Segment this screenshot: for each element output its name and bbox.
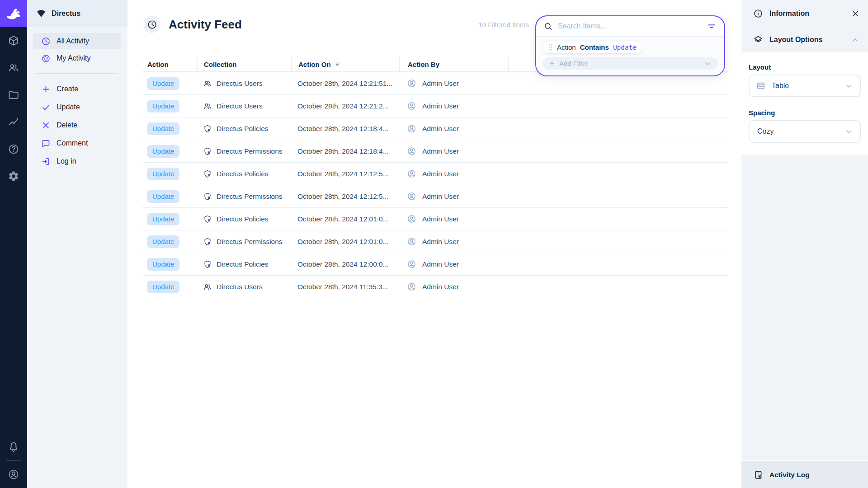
sidebar-item-delete[interactable]: Delete: [33, 117, 121, 134]
column-header-action-on[interactable]: Action On: [291, 57, 399, 71]
filter-operator: Contains: [580, 43, 609, 51]
action-badge: Update: [147, 258, 179, 271]
table-row[interactable]: UpdateDirectus PoliciesOctober 28th, 202…: [142, 163, 728, 185]
notifications-button[interactable]: [0, 433, 27, 460]
cell-action-by: Admin User: [399, 95, 508, 117]
info-icon: [753, 9, 763, 19]
users-module-button[interactable]: [0, 54, 27, 81]
insights-module-button[interactable]: [0, 108, 27, 136]
cell-action-by: Admin User: [399, 253, 508, 275]
account-button[interactable]: [0, 461, 27, 488]
users-collection-icon: [203, 282, 212, 291]
table-layout-icon: [756, 81, 766, 91]
sidebar-item-my-activity[interactable]: My Activity: [33, 50, 121, 66]
sidebar-item-all-activity[interactable]: All Activity: [33, 33, 121, 49]
settings-module-button[interactable]: [0, 163, 27, 190]
collection-name: Directus Permissions: [217, 192, 283, 201]
column-header-collection[interactable]: Collection: [197, 57, 291, 71]
layout-options-header[interactable]: Layout Options: [741, 27, 868, 52]
cell-action: Update: [142, 253, 197, 275]
help-module-button[interactable]: [0, 136, 27, 163]
clock-icon: [147, 19, 157, 30]
login-icon: [41, 157, 51, 166]
cell-action-by: Admin User: [399, 276, 508, 298]
table-row[interactable]: UpdateDirectus PermissionsOctober 28th, …: [142, 230, 728, 253]
user-avatar-icon: [407, 282, 416, 291]
action-on-value: October 28th, 2024 12:21:2...: [297, 102, 389, 110]
shield-policy-icon: [203, 215, 212, 224]
activity-log-button[interactable]: Activity Log: [741, 460, 868, 488]
users-collection-icon: [203, 102, 212, 111]
chevron-up-icon[interactable]: [850, 35, 860, 45]
info-sidebar: Information Layout Options Layout Table …: [741, 0, 868, 488]
main-content: Activity Feed 10 Filtered Items Action C…: [127, 0, 741, 488]
chevron-down-icon: [703, 59, 712, 68]
nav-item-label: My Activity: [57, 54, 91, 62]
sidebar-item-create[interactable]: Create: [33, 80, 121, 98]
cell-action-on: October 28th, 2024 12:00:0...: [291, 253, 399, 275]
nav-item-label: Log in: [57, 157, 76, 165]
table-row[interactable]: UpdateDirectus PermissionsOctober 28th, …: [142, 140, 728, 163]
action-on-value: October 28th, 2024 12:21:51...: [297, 80, 392, 88]
collection-name: Directus Permissions: [217, 147, 283, 155]
cell-action: Update: [142, 117, 197, 140]
layout-select[interactable]: Table: [749, 75, 861, 97]
table-row[interactable]: UpdateDirectus PermissionsOctober 28th, …: [142, 185, 728, 208]
column-header-action-by[interactable]: Action By: [399, 57, 508, 71]
add-filter-button[interactable]: Add Filter: [542, 57, 718, 70]
cell-action: Update: [142, 276, 197, 298]
filter-icon[interactable]: [706, 21, 717, 32]
action-by-value: Admin User: [422, 260, 459, 268]
action-by-value: Admin User: [422, 215, 459, 223]
x-icon: [41, 121, 51, 130]
cell-action: Update: [142, 95, 197, 117]
action-by-value: Admin User: [422, 102, 459, 110]
filter-rule-chip[interactable]: Action Contains Update: [542, 41, 642, 53]
nav-sidebar: Directus All Activity My Activity Create…: [27, 0, 127, 488]
search-input[interactable]: [558, 22, 701, 30]
cell-spacer: [508, 117, 728, 140]
chevron-down-icon: [844, 127, 854, 136]
content-module-button[interactable]: [0, 27, 27, 54]
cell-collection: Directus Users: [197, 95, 291, 117]
cell-collection: Directus Users: [197, 72, 291, 94]
drag-handle-icon[interactable]: [548, 43, 553, 51]
action-on-value: October 28th, 2024 12:18:4...: [297, 125, 389, 133]
table-row[interactable]: UpdateDirectus UsersOctober 28th, 2024 1…: [142, 95, 728, 117]
close-icon[interactable]: [851, 9, 860, 18]
cell-spacer: [508, 276, 728, 298]
sidebar-item-login[interactable]: Log in: [33, 153, 121, 170]
nav-item-label: Delete: [57, 121, 77, 129]
action-by-value: Admin User: [422, 170, 459, 178]
cell-collection: Directus Policies: [197, 117, 291, 140]
column-header-action[interactable]: Action: [142, 57, 197, 71]
shield-policy-icon: [203, 260, 212, 269]
action-badge: Update: [147, 100, 179, 113]
sidebar-item-update[interactable]: Update: [33, 99, 121, 116]
directus-app: Directus All Activity My Activity Create…: [0, 0, 868, 488]
table-row[interactable]: UpdateDirectus UsersOctober 28th, 2024 1…: [142, 276, 728, 298]
project-logo-icon: [36, 9, 46, 19]
table-row[interactable]: UpdateDirectus PoliciesOctober 28th, 202…: [142, 253, 728, 276]
box-icon: [8, 35, 19, 47]
nav-divider: [36, 73, 118, 74]
files-module-button[interactable]: [0, 81, 27, 108]
cell-action-on: October 28th, 2024 12:18:4...: [291, 117, 399, 140]
table-row[interactable]: UpdateDirectus PoliciesOctober 28th, 202…: [142, 208, 728, 230]
cell-action-on: October 28th, 2024 12:18:4...: [291, 140, 399, 162]
check-icon: [41, 103, 51, 112]
cell-collection: Directus Users: [197, 276, 291, 298]
spacing-select[interactable]: Cozy: [749, 120, 861, 143]
sidebar-item-comment[interactable]: Comment: [33, 135, 121, 152]
action-badge: Update: [147, 122, 179, 135]
nav-item-label: All Activity: [57, 37, 89, 45]
action-badge: Update: [147, 77, 179, 90]
cell-action: Update: [142, 72, 197, 94]
project-header[interactable]: Directus: [27, 0, 127, 27]
user-avatar-icon: [407, 146, 416, 156]
cell-spacer: [508, 230, 728, 253]
bell-icon: [8, 441, 19, 453]
action-on-value: October 28th, 2024 12:18:4...: [297, 147, 389, 155]
directus-logo[interactable]: [0, 0, 27, 27]
table-row[interactable]: UpdateDirectus PoliciesOctober 28th, 202…: [142, 117, 728, 140]
